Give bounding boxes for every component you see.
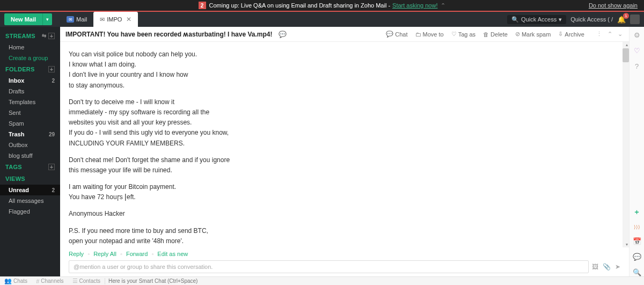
help-icon[interactable]: ? [635,62,639,70]
new-mail-button[interactable]: New Mail [4,13,42,25]
scroll-down-icon[interactable]: ▾ [626,242,628,247]
chatbar-label: Contacts [79,278,100,284]
calendar-icon[interactable]: 📅 [633,237,641,245]
scrollbar-thumb[interactable] [623,48,629,62]
views-label: VIEWS [5,176,25,182]
action-delete[interactable]: 🗑Delete [483,31,508,38]
more-menu-icon[interactable]: ⋮ [595,31,603,38]
sidebar-item-trash[interactable]: Trash 29 [0,129,60,140]
tag-icon: ♡ [451,31,457,38]
sidebar-item-label: Drafts [9,88,24,94]
new-mail-group: New Mail ▾ [0,12,60,27]
sidebar-item-drafts[interactable]: Drafts [0,86,60,97]
attach-icon[interactable]: 📎 [603,263,611,271]
sidebar-item-unread[interactable]: Unread 2 [0,185,60,195]
image-attach-icon[interactable]: 🖼 [592,263,598,271]
quick-access-search[interactable]: 🔍 Quick Access ▾ [507,15,566,24]
settings-icon[interactable]: ⚙ [634,31,640,39]
send-icon[interactable]: ➤ [615,263,620,271]
action-label: Move to [423,31,444,38]
rail-chat-icon[interactable]: 💬 [633,253,641,261]
sidebar-item-sent[interactable]: Sent [0,107,60,118]
folders-label: FOLDERS [5,66,35,72]
streams-settings-icon[interactable]: ⇆ [42,33,46,39]
reply-icon[interactable]: 💬 [279,31,287,38]
sidebar-item-templates[interactable]: Templates [0,97,60,107]
message-paragraph: You can visit police but nobody can help… [69,49,620,91]
chatbar-chats[interactable]: 👥Chats [0,277,32,284]
chats-icon: 👥 [4,277,12,284]
new-mail-dropdown[interactable]: ▾ [42,13,52,25]
streams-add-icon[interactable]: + [48,33,55,39]
add-widget-icon[interactable]: ＋ [633,207,640,217]
sidebar-item-inbox[interactable]: Inbox 2 [0,75,60,86]
sidebar-item-label: Outbox [9,142,27,148]
notifications-icon[interactable]: 🔔1 [617,16,626,24]
folder-icon: 🗀 [415,31,421,38]
chevron-up-icon[interactable]: ⌃ [441,2,445,9]
mention-icons: 🖼 📎 ➤ [592,263,620,271]
message-paragraph: Anonymous Hacker [69,209,620,219]
smart-chat-input[interactable] [105,278,644,284]
reply-link[interactable]: Reply [69,251,84,257]
reply-bar: Reply ◦ Reply All ◦ Forward ◦ Edit as ne… [60,247,629,260]
archive-icon: ⇩ [558,31,563,38]
sidebar-item-spam[interactable]: Spam [0,118,60,129]
sidebar-item-outbox[interactable]: Outbox [0,140,60,150]
rail-collapse-icon[interactable]: ⟩⟩⟩ [634,224,640,230]
separator: ◦ [87,251,90,257]
close-tab-icon[interactable]: ✕ [126,16,131,23]
sidebar-item-home[interactable]: Home [0,42,60,53]
sidebar-item-label: Flagged [9,208,30,215]
mention-row: @mention a user or group to share this c… [60,260,629,276]
sidebar-item-label: Spam [9,120,24,127]
sidebar-item-create-group[interactable]: Create a group [0,53,60,63]
heart-icon[interactable]: ♡ [634,47,640,55]
folders-add-icon[interactable]: + [48,66,55,72]
chatbar: 👥Chats #Channels ☰Contacts [0,276,644,285]
rail-search-icon[interactable]: 🔍 [633,268,641,276]
message-body-wrap: You can visit police but nobody can help… [60,42,629,247]
message-paragraph: I am waiting for your Bitcoin payment. Y… [69,182,620,202]
sidebar-item-label: Create a group [9,55,48,61]
sidebar-item-blogstuff[interactable]: blog stuff [0,150,60,161]
sidebar-item-allmessages[interactable]: All messages [0,195,60,206]
tab-message[interactable]: ✉ IMPO ✕ [93,12,138,27]
folders-head: FOLDERS + [0,63,60,75]
edit-as-new-link[interactable]: Edit as new [157,251,188,257]
forward-link[interactable]: Forward [126,251,148,257]
scrollbar-track[interactable]: ▴ ▾ [623,42,629,247]
tags-add-icon[interactable]: + [48,164,55,170]
next-message-icon[interactable]: ⌄ [617,31,624,38]
action-label: Mark spam [522,31,551,38]
mention-input[interactable]: @mention a user or group to share this c… [69,260,589,273]
avatar[interactable] [630,14,640,24]
reply-all-link[interactable]: Reply All [93,251,116,257]
streams-label: STREAMS [5,33,35,39]
separator: ◦ [120,251,122,257]
action-archive[interactable]: ⇩Archive [558,31,584,38]
announce-link[interactable]: Start asking now! [392,2,437,9]
action-move[interactable]: 🗀Move to [415,31,444,38]
tab-mail[interactable]: ✉ Mail [60,12,93,27]
action-chat[interactable]: 💬Chat [386,31,407,38]
message-nav: ⋮ ⌃ ⌄ [595,31,624,38]
sidebar-item-flagged[interactable]: Flagged [0,206,60,217]
tags-label: TAGS [5,164,22,170]
chatbar-channels[interactable]: #Channels [32,278,68,284]
prev-message-icon[interactable]: ⌃ [606,31,613,38]
action-markspam[interactable]: ⊘Mark spam [515,31,551,38]
action-label: Delete [491,31,508,38]
scroll-up-icon[interactable]: ▴ [626,42,628,47]
chevron-down-icon: ▾ [559,16,562,23]
sidebar: STREAMS ⇆ + Home Create a group FOLDERS … [0,27,60,276]
app-body: STREAMS ⇆ + Home Create a group FOLDERS … [0,27,644,276]
message-subject: IMPORTANT! You have been recorded ʍastur… [65,31,272,38]
message-paragraph: P.S. If you need more time to buy and se… [69,226,620,247]
message-header: IMPORTANT! You have been recorded ʍastur… [60,27,629,42]
announce-dismiss[interactable]: Do not show again [589,2,638,9]
chatbar-contacts[interactable]: ☰Contacts [68,277,105,284]
channels-icon: # [36,278,39,284]
action-tag[interactable]: ♡Tag as [451,31,475,38]
sidebar-item-label: Trash [9,131,24,137]
